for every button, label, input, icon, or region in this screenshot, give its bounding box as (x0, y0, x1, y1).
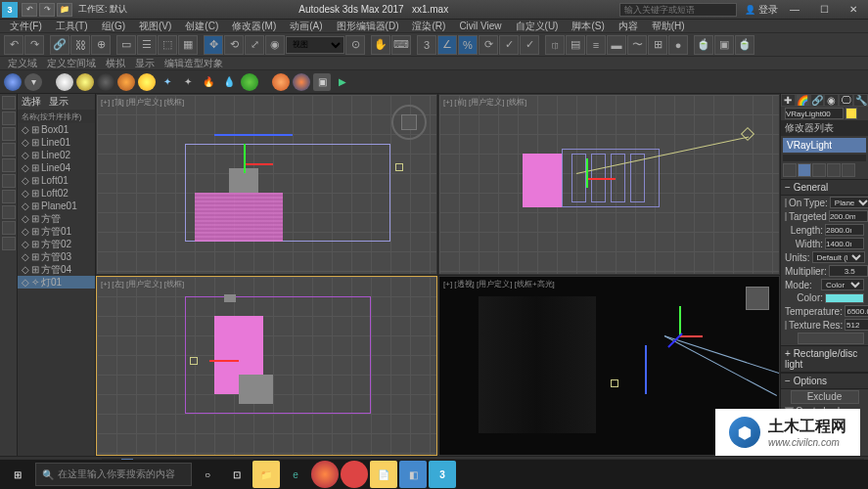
menu-render[interactable]: 渲染(R) (406, 20, 451, 33)
cortana-icon[interactable]: ○ (194, 461, 221, 488)
viewport-label[interactable]: [+] [前] [用户定义] [线框] (443, 97, 526, 108)
show-result-button[interactable] (798, 163, 811, 177)
exclude-button[interactable]: Exclude (791, 390, 859, 404)
tool-btn[interactable] (2, 96, 16, 110)
menu-modifiers[interactable]: 修改器(M) (226, 20, 282, 33)
tool-btn[interactable] (2, 221, 16, 235)
rollout-rect[interactable]: + Rectangle/disc light (781, 345, 868, 373)
render-button[interactable]: 🍵 (735, 35, 754, 55)
minimize-button[interactable]: — (782, 1, 807, 19)
schematic-button[interactable]: ⊞ (648, 35, 667, 55)
create-selection-button[interactable]: ✓ (520, 35, 539, 55)
modify-tab[interactable]: 🌈 (796, 94, 810, 107)
window-crossing-button[interactable]: ▦ (178, 35, 198, 55)
make-unique-button[interactable] (812, 163, 826, 177)
viewport-label[interactable]: [+] [左] [用户定义] [线框] (101, 279, 184, 289)
help-search-input[interactable] (619, 3, 737, 17)
modifier-list-header[interactable]: 修改器列表 (781, 120, 868, 136)
manipulate-button[interactable]: ✋ (371, 35, 390, 55)
rollout-options[interactable]: − Options (781, 373, 868, 389)
res-input[interactable] (845, 319, 868, 331)
scene-tab-display[interactable]: 显示 (49, 95, 69, 109)
menu-content[interactable]: 内容 (613, 20, 644, 33)
edit-named-button[interactable]: ✓ (499, 35, 519, 55)
light-dark-icon[interactable] (97, 73, 114, 91)
color-swatch[interactable] (825, 293, 864, 303)
display-tab[interactable]: 🖵 (839, 94, 853, 107)
menu-create[interactable]: 创建(C) (179, 20, 224, 33)
ribbon-item[interactable]: 编辑造型对象 (160, 57, 227, 70)
snap-button[interactable]: 3 (417, 35, 436, 55)
select-rect-button[interactable]: ⬚ (158, 35, 177, 55)
multi-sphere-icon[interactable] (293, 73, 310, 91)
app-icon[interactable]: 📄 (370, 461, 397, 488)
light-yellow-icon[interactable] (76, 73, 94, 91)
select-button[interactable]: ▭ (116, 35, 136, 55)
window-icon[interactable]: ▣ (313, 73, 331, 91)
tool-btn[interactable] (2, 143, 16, 156)
object-color-swatch[interactable] (845, 108, 857, 119)
scene-tree[interactable]: ◇⊞Box01 ◇⊞Line01 ◇⊞Line02 ◇⊞Line04 ◇⊞Lof… (18, 123, 95, 456)
layers-button[interactable]: ≡ (586, 35, 606, 55)
menu-file[interactable]: 文件(F) (4, 20, 48, 33)
tool-btn[interactable] (2, 190, 16, 203)
tool-btn[interactable] (2, 127, 16, 141)
select-display-icon[interactable]: ▾ (24, 73, 42, 91)
object-name-input[interactable] (785, 108, 844, 119)
menu-graph[interactable]: 图形编辑器(D) (331, 20, 405, 33)
ribbon-button[interactable]: ▬ (607, 35, 626, 55)
light-icon[interactable] (56, 73, 73, 91)
length-input[interactable] (825, 224, 864, 236)
render-setup-button[interactable]: 🍵 (694, 35, 713, 55)
scale-button[interactable]: ⤢ (245, 35, 264, 55)
project-icon[interactable]: 📁 (57, 3, 72, 17)
close-button[interactable]: ✕ (841, 1, 866, 19)
light-sun-icon[interactable] (138, 73, 156, 91)
light-orange-icon[interactable] (117, 73, 135, 91)
utilities-tab[interactable]: 🔧 (853, 94, 868, 107)
login-link[interactable]: 👤 登录 (745, 3, 778, 17)
tool-btn[interactable] (2, 237, 16, 250)
wand-icon[interactable]: ✦ (159, 73, 176, 91)
units-combo[interactable]: Default (image) (812, 251, 865, 263)
menu-tools[interactable]: 工具(T) (50, 20, 94, 33)
sphere-icon[interactable] (4, 73, 22, 91)
menu-help[interactable]: 帮助(H) (646, 20, 691, 33)
viewport-label[interactable]: [+] [顶] [用户定义] [线框] (101, 97, 184, 108)
temperature-input[interactable] (845, 305, 868, 317)
menu-views[interactable]: 视图(V) (133, 20, 177, 33)
ribbon-item[interactable]: 定义空间域 (43, 57, 100, 70)
pivot-button[interactable]: ⊙ (345, 35, 365, 55)
keyboard-button[interactable]: ⌨ (391, 35, 411, 55)
place-button[interactable]: ◉ (265, 35, 285, 55)
menu-customize[interactable]: 自定义(U) (510, 20, 565, 33)
menu-animation[interactable]: 动画(A) (284, 20, 328, 33)
targeted-checkbox[interactable] (785, 212, 787, 221)
bind-button[interactable]: ⊕ (91, 35, 111, 55)
start-button[interactable]: ⊞ (2, 461, 33, 488)
tool-btn[interactable] (2, 174, 16, 188)
menu-civil[interactable]: Civil View (453, 21, 507, 31)
tool-btn[interactable] (2, 158, 16, 172)
maximize-button[interactable]: ☐ (811, 1, 837, 19)
unlink-button[interactable]: ⛓ (70, 35, 90, 55)
width-input[interactable] (825, 238, 864, 249)
viewport-left[interactable]: [+] [左] [用户定义] [线框] (96, 276, 437, 457)
render-frame-button[interactable]: ▣ (714, 35, 734, 55)
on-checkbox[interactable] (785, 199, 787, 207)
remove-mod-button[interactable] (827, 163, 841, 177)
viewport-front[interactable]: [+] [前] [用户定义] [线框] (438, 94, 780, 275)
type-combo[interactable]: Plane (830, 197, 868, 208)
motion-tab[interactable]: ◉ (824, 94, 839, 107)
texture-checkbox[interactable] (785, 321, 787, 330)
green-icon[interactable] (241, 73, 258, 91)
material-button[interactable]: ● (668, 35, 688, 55)
ribbon-item[interactable]: 定义域 (4, 57, 41, 70)
orange-sphere-icon[interactable] (272, 73, 290, 91)
configure-button[interactable] (842, 163, 855, 177)
undo-icon[interactable]: ↶ (22, 3, 37, 17)
create-tab[interactable]: ✚ (781, 94, 796, 107)
curve-editor-button[interactable]: 〜 (627, 35, 647, 55)
menu-group[interactable]: 组(G) (96, 20, 131, 33)
redo-button[interactable]: ↷ (24, 35, 44, 55)
